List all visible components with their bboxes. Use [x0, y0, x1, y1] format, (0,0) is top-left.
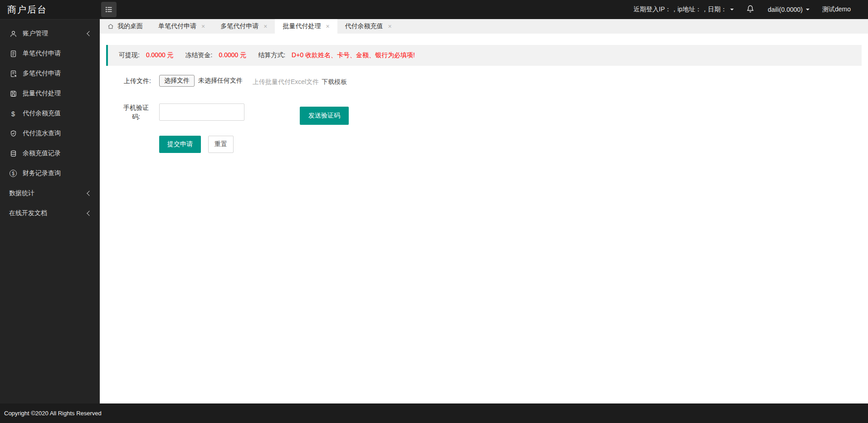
- menu-icon: [105, 5, 113, 14]
- chevron-down-icon: [806, 9, 809, 12]
- sidebar-item-label: 代付余额充值: [23, 109, 93, 118]
- upload-hint-text: 上传批量代付Excel文件: [253, 78, 319, 86]
- tab-multi-payout[interactable]: 多笔代付申请 ×: [213, 19, 275, 34]
- form-actions-row: 提交申请 重置: [159, 136, 868, 153]
- sidebar-item-account-management[interactable]: 账户管理: [0, 24, 100, 44]
- top-bar: 商户后台 近期登入IP：，ip地址：，日期：: [0, 0, 868, 19]
- sidebar-item-label: 批量代付处理: [23, 89, 93, 98]
- tab-label: 多笔代付申请: [220, 22, 258, 30]
- save-icon: [9, 90, 17, 98]
- dollar-icon: $: [9, 110, 17, 117]
- sidebar-item-topup-records[interactable]: 余额充值记录: [0, 143, 100, 163]
- user-name: daili(0.0000): [768, 6, 803, 13]
- sidebar-item-label: 财务记录查询: [23, 169, 93, 177]
- tab-label: 代付余额充值: [345, 22, 383, 30]
- sidebar-item-label: 多笔代付申请: [23, 69, 93, 78]
- dollar-circle-icon: $: [9, 170, 17, 177]
- tab-label: 我的桌面: [117, 22, 143, 30]
- copyright-text: Copyright ©2020 All Rights Reserved: [4, 410, 102, 417]
- sidebar-item-label: 账户管理: [23, 30, 88, 38]
- main-content: 可提现: 0.0000 元 冻结资金: 0.0000 元 结算方式: D+0 收…: [100, 34, 868, 403]
- tab-batch-payout[interactable]: 批量代付处理 ×: [275, 19, 337, 34]
- tab-bar: 我的桌面 单笔代付申请 × 多笔代付申请 × 批量代付处理 × 代付余额充值 ×: [100, 19, 868, 34]
- document-export-icon: [9, 70, 17, 78]
- sms-code-row: 手机验证码: 发送验证码: [100, 99, 868, 125]
- home-icon: [107, 23, 114, 30]
- reset-button[interactable]: 重置: [208, 136, 234, 153]
- chevron-left-icon: [87, 211, 92, 216]
- app-title: 商户后台: [0, 4, 100, 16]
- chevron-left-icon: [87, 31, 92, 36]
- frozen-label: 冻结资金:: [185, 51, 213, 59]
- close-icon[interactable]: ×: [201, 23, 205, 30]
- chevron-down-icon: [730, 9, 734, 12]
- login-info-dropdown[interactable]: 近期登入IP：，ip地址：，日期：: [634, 5, 734, 14]
- sidebar-item-online-dev-docs[interactable]: 在线开发文档: [0, 203, 100, 223]
- sidebar-item-single-payout[interactable]: 单笔代付申请: [0, 44, 100, 64]
- sms-code-input[interactable]: [159, 103, 244, 121]
- merchant-admin-app: 商户后台 近期登入IP：，ip地址：，日期：: [0, 0, 868, 423]
- batch-payout-form: 上传文件: 选择文件 未选择任何文件 上传批量代付Excel文件 下载模板 手机…: [100, 75, 868, 153]
- sidebar-item-multi-payout[interactable]: 多笔代付申请: [0, 64, 100, 84]
- sidebar-item-label: 数据统计: [9, 189, 88, 197]
- close-icon[interactable]: ×: [388, 23, 392, 30]
- upload-file-row: 上传文件: 选择文件 未选择任何文件 上传批量代付Excel文件 下载模板: [100, 75, 868, 87]
- settlement-value: D+0 收款姓名、卡号、金额、银行为必填项!: [292, 51, 415, 59]
- tab-label: 批量代付处理: [283, 22, 321, 30]
- sidebar-toggle-button[interactable]: [101, 2, 117, 17]
- withdrawable-value: 0.0000 元: [146, 51, 174, 59]
- balance-alert-bar: 可提现: 0.0000 元 冻结资金: 0.0000 元 结算方式: D+0 收…: [106, 45, 862, 66]
- send-code-button[interactable]: 发送验证码: [300, 107, 349, 125]
- sidebar-item-finance-records-query[interactable]: $ 财务记录查询: [0, 163, 100, 183]
- sms-code-label: 手机验证码:: [121, 103, 151, 122]
- settlement-label: 结算方式:: [258, 51, 285, 59]
- upload-file-label: 上传文件:: [121, 76, 151, 85]
- frozen-value: 0.0000 元: [219, 51, 247, 59]
- chevron-left-icon: [87, 191, 92, 196]
- tab-label: 单笔代付申请: [158, 22, 196, 30]
- download-template-link[interactable]: 下载模板: [322, 78, 347, 86]
- sidebar-item-label: 余额充值记录: [23, 149, 93, 157]
- notifications-button[interactable]: [746, 5, 754, 14]
- user-menu[interactable]: daili(0.0000): [768, 6, 809, 13]
- sidebar-item-payout-flow-query[interactable]: 代付流水查询: [0, 123, 100, 143]
- sidebar-item-label: 代付流水查询: [23, 129, 93, 138]
- sidebar-item-label: 单笔代付申请: [23, 49, 93, 58]
- tab-payout-balance-topup[interactable]: 代付余额充值 ×: [337, 19, 400, 34]
- footer-bar: Copyright ©2020 All Rights Reserved: [0, 403, 868, 423]
- sidebar-item-label: 在线开发文档: [9, 209, 88, 217]
- withdrawable-label: 可提现:: [119, 51, 140, 59]
- sidebar-item-batch-payout[interactable]: 批量代付处理: [0, 84, 100, 103]
- close-icon[interactable]: ×: [326, 23, 329, 30]
- bell-icon: [746, 5, 754, 14]
- tab-single-payout[interactable]: 单笔代付申请 ×: [151, 19, 213, 34]
- close-icon[interactable]: ×: [263, 23, 267, 30]
- sidebar-item-data-statistics[interactable]: 数据统计: [0, 183, 100, 203]
- file-status-text: 未选择任何文件: [198, 77, 243, 85]
- document-icon: [9, 50, 17, 58]
- sidebar-item-payout-balance-topup[interactable]: $ 代付余额充值: [0, 103, 100, 123]
- database-icon: [9, 150, 17, 157]
- choose-file-button[interactable]: 选择文件: [159, 75, 195, 87]
- login-info-text: 近期登入IP：，ip地址：，日期：: [634, 5, 727, 14]
- submit-button[interactable]: 提交申请: [159, 136, 201, 153]
- user-icon: [9, 30, 17, 38]
- shield-check-icon: [9, 130, 17, 138]
- tab-my-desktop[interactable]: 我的桌面: [100, 19, 151, 34]
- merchant-name: 测试demo: [822, 5, 851, 14]
- sidebar-nav: 账户管理 单笔代付申请 多笔代付申请: [0, 19, 100, 403]
- topbar-right-group: 近期登入IP：，ip地址：，日期： daili(0.0000) 测试demo: [634, 5, 868, 14]
